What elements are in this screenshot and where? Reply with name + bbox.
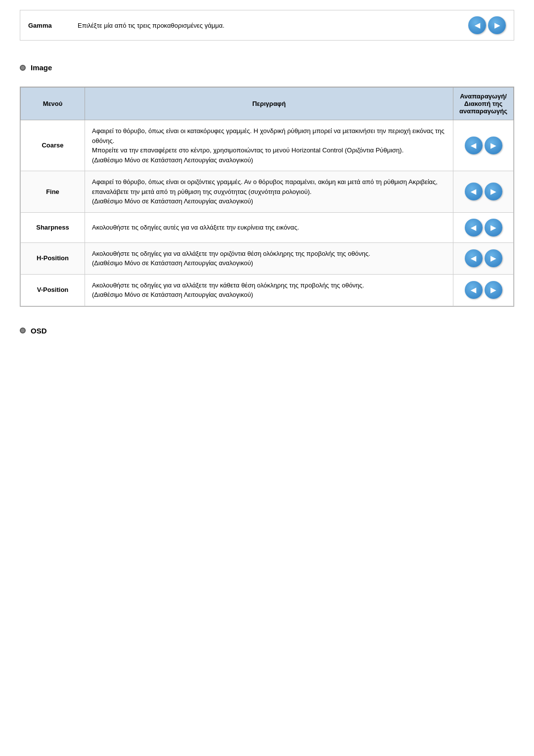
gamma-row: Gamma Επιλέξτε μία από τις τρεις προκαθο… <box>20 10 514 40</box>
right-arrow-icon <box>490 224 496 231</box>
osd-section-header: OSD <box>0 322 534 345</box>
osd-section-title: OSD <box>31 327 47 335</box>
row-desc-0: Αφαιρεί το θόρυβο, όπως είναι οι κατακόρ… <box>85 120 453 171</box>
row-desc-3: Ακολουθήστε τις οδηγίες για να αλλάξετε … <box>85 242 453 274</box>
row-ctrl-3 <box>453 242 514 274</box>
right-arrow-icon <box>490 255 496 262</box>
btn-pair-4 <box>460 281 506 299</box>
row-desc-4: Ακολουθήστε τις οδηγίες για να αλλάξετε … <box>85 274 453 306</box>
row-ctrl-0 <box>453 120 514 171</box>
gamma-next-button[interactable] <box>488 16 506 34</box>
col-header-menu: Μενού <box>21 88 85 120</box>
right-arrow-icon <box>490 286 496 293</box>
row-next-btn-3[interactable] <box>485 249 502 267</box>
row-prev-btn-3[interactable] <box>465 249 483 267</box>
table-row: CoarseΑφαιρεί το θόρυβο, όπως είναι οι κ… <box>21 120 514 171</box>
left-arrow-icon <box>471 255 476 262</box>
row-ctrl-4 <box>453 274 514 306</box>
row-prev-btn-4[interactable] <box>465 281 483 299</box>
image-section-title: Image <box>31 63 52 72</box>
right-arrow-icon <box>490 142 496 149</box>
col-ctrl-label: Αναπαραγωγή/Διακοπή της αναπαραγωγής <box>459 93 507 115</box>
row-next-btn-2[interactable] <box>485 219 502 236</box>
left-arrow-icon <box>475 22 480 29</box>
row-desc-1: Αφαιρεί το θόρυβο, όπως είναι οι οριζόντ… <box>85 171 453 213</box>
gamma-section: Gamma Επιλέξτε μία από τις τρεις προκαθο… <box>20 10 514 41</box>
btn-pair-2 <box>460 219 506 236</box>
gamma-label: Gamma <box>28 22 78 29</box>
row-ctrl-1 <box>453 171 514 213</box>
table-row: H-PositionΑκολουθήστε τις οδηγίες για να… <box>21 242 514 274</box>
table-header-row: Μενού Περιγραφή Αναπαραγωγή/Διακοπή της … <box>21 88 514 120</box>
row-menu-0: Coarse <box>21 120 85 171</box>
row-desc-2: Ακολουθήστε τις οδηγίες αυτές για να αλλ… <box>85 212 453 242</box>
row-prev-btn-1[interactable] <box>465 183 483 200</box>
right-arrow-icon <box>494 22 500 29</box>
settings-table: Μενού Περιγραφή Αναπαραγωγή/Διακοπή της … <box>20 87 514 306</box>
row-prev-btn-2[interactable] <box>465 219 483 236</box>
main-table-wrapper: Μενού Περιγραφή Αναπαραγωγή/Διακοπή της … <box>20 87 514 307</box>
btn-pair-1 <box>460 183 506 200</box>
table-row: V-PositionΑκολουθήστε τις οδηγίες για να… <box>21 274 514 306</box>
image-radio-icon <box>20 65 26 71</box>
row-menu-2: Sharpness <box>21 212 85 242</box>
left-arrow-icon <box>471 286 476 293</box>
btn-pair-0 <box>460 137 506 154</box>
page-wrapper: Gamma Επιλέξτε μία από τις τρεις προκαθο… <box>0 10 534 345</box>
image-section-header: Image <box>0 55 534 77</box>
col-header-ctrl: Αναπαραγωγή/Διακοπή της αναπαραγωγής <box>453 88 514 120</box>
row-ctrl-2 <box>453 212 514 242</box>
left-arrow-icon <box>471 188 476 195</box>
row-menu-4: V-Position <box>21 274 85 306</box>
table-row: SharpnessΑκολουθήστε τις οδηγίες αυτές γ… <box>21 212 514 242</box>
row-next-btn-1[interactable] <box>485 183 502 200</box>
gamma-description: Επιλέξτε μία από τις τρεις προκαθορισμέν… <box>78 22 468 29</box>
row-next-btn-0[interactable] <box>485 137 502 154</box>
gamma-controls <box>468 16 506 34</box>
btn-pair-3 <box>460 249 506 267</box>
gamma-prev-button[interactable] <box>468 16 486 34</box>
row-prev-btn-0[interactable] <box>465 137 483 154</box>
left-arrow-icon <box>471 224 476 231</box>
col-header-desc: Περιγραφή <box>85 88 453 120</box>
row-menu-3: H-Position <box>21 242 85 274</box>
row-menu-1: Fine <box>21 171 85 213</box>
right-arrow-icon <box>490 188 496 195</box>
osd-radio-icon <box>20 328 26 333</box>
row-next-btn-4[interactable] <box>485 281 502 299</box>
table-row: FineΑφαιρεί το θόρυβο, όπως είναι οι ορι… <box>21 171 514 213</box>
left-arrow-icon <box>471 142 476 149</box>
